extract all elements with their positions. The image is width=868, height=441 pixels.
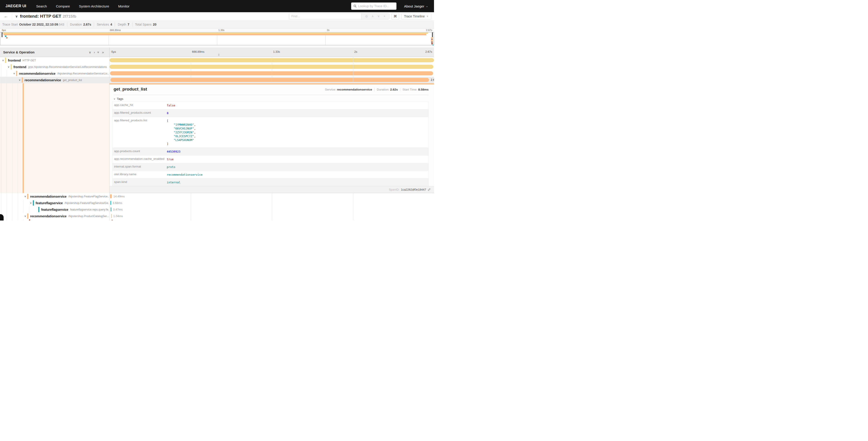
find-input[interactable] <box>289 13 361 19</box>
collapse-all-icon[interactable]: » <box>97 51 100 53</box>
operation-name: /hipstershop.ProductCatalogSer... <box>68 215 109 218</box>
minimap-canvas[interactable] <box>0 32 434 45</box>
expand-chevron-icon[interactable]: ∨ <box>23 215 27 217</box>
span-row[interactable]: ∨recommendationservice/hipstershop.Featu… <box>0 193 434 200</box>
span-duration-bar[interactable] <box>111 201 111 205</box>
prev-match-icon[interactable]: ∧ <box>372 14 374 18</box>
time-tick: 0μs <box>111 50 116 53</box>
span-row-name-column[interactable]: ∨frontendgrpc.hipstershop.Recommendation… <box>0 64 110 70</box>
span-row-timeline[interactable]: 3.47ms <box>110 206 434 213</box>
expand-one-icon[interactable]: › <box>94 51 95 54</box>
focus-match-icon[interactable]: ◎ <box>365 14 368 18</box>
span-row[interactable]: ∨frontendHTTP GET <box>0 57 434 64</box>
span-row-name-column[interactable]: ∨frontendHTTP GET <box>0 57 110 64</box>
chevron-down-icon: ∨ <box>114 97 115 100</box>
service-name: featureflagservice <box>41 208 68 211</box>
tag-row[interactable]: app.cache_hitfalse <box>113 101 428 109</box>
expand-all-icon[interactable]: » <box>102 51 104 54</box>
span-row[interactable]: ∨recommendationserviceget_product_list2.… <box>0 77 434 83</box>
nav-item-search[interactable]: Search <box>36 4 47 8</box>
collapse-one-icon[interactable]: ∨ <box>89 51 91 54</box>
clear-find-icon[interactable]: × <box>383 14 385 18</box>
span-row-timeline[interactable]: 3.68ms <box>110 200 434 206</box>
tag-row[interactable]: otel.library.namerecommendationservice <box>113 171 428 179</box>
span-row[interactable]: ∨featureflagservice/hipstershop.FeatureF… <box>0 200 434 206</box>
span-row[interactable]: ∨recommendationservice/hipstershop.Produ… <box>0 213 434 219</box>
tag-row[interactable]: span.kindinternal <box>113 179 428 186</box>
span-duration-bar[interactable] <box>112 219 113 220</box>
tag-row[interactable]: app.products.count44530923 <box>113 148 428 155</box>
span-row-timeline[interactable]: 2.62s <box>110 77 434 83</box>
span-row-timeline[interactable] <box>110 219 434 220</box>
span-row[interactable]: ∨recommendationservice/hipstershop.Recom… <box>0 70 434 77</box>
span-row-name-column[interactable]: ∨featureflagservice/hipstershop.FeatureF… <box>0 200 110 206</box>
time-tick: 666.89ms <box>192 50 205 53</box>
expand-chevron-icon[interactable]: ∨ <box>29 202 33 204</box>
copy-link-icon[interactable] <box>428 188 431 191</box>
span-row-timeline[interactable] <box>110 64 434 70</box>
tag-value: [ "1YMWWN1N4O", "66VCHSJNUP", "2ZYFJ3GM2… <box>167 117 196 148</box>
find-controls: ◎ ∧ ∨ × <box>361 13 389 19</box>
trace-lookup-box[interactable]: Lookup by Trace ID... <box>351 2 397 10</box>
span-duration-bar[interactable] <box>110 194 112 198</box>
summary-item: Duration2.67s <box>70 23 91 26</box>
summary-value: 4 <box>111 23 112 26</box>
indent-guide <box>18 206 18 213</box>
back-button[interactable]: ← <box>0 12 12 20</box>
span-row-name-column[interactable]: ∨recommendationservice/hipstershop.Featu… <box>0 193 110 200</box>
nav-item-system-architecture[interactable]: System Architecture <box>79 4 109 8</box>
span-row[interactable]: featureflagservicefeatureflagservice.rep… <box>0 206 434 213</box>
span-duration-bar[interactable] <box>110 65 433 69</box>
span-row-name-column[interactable]: ∨recommendationservice/hipstershop.Recom… <box>0 70 110 77</box>
nav-item-compare[interactable]: Compare <box>56 4 70 8</box>
indent-guide <box>12 219 12 220</box>
trace-view-selector[interactable]: Trace Timeline ∨ <box>401 13 431 20</box>
span-rows-bottom: ∨recommendationservice/hipstershop.Featu… <box>0 193 434 220</box>
column-resizer[interactable]: ∥∥ <box>218 53 219 56</box>
span-duration-bar[interactable] <box>111 214 112 218</box>
chevron-down-icon: ⌄ <box>426 4 428 8</box>
summary-item: Total Spans20 <box>135 23 157 26</box>
collapse-trace-chevron-icon[interactable]: ∨ <box>16 14 18 18</box>
expand-chevron-icon[interactable]: ∨ <box>7 65 11 68</box>
span-row-timeline[interactable] <box>110 57 434 64</box>
minimap-span-bar <box>431 40 433 41</box>
jaeger-logo[interactable]: JAEGER UI <box>5 4 26 8</box>
span-row-name-column[interactable] <box>0 219 110 220</box>
span-row-name-column[interactable]: ∨recommendationserviceget_product_list <box>0 77 110 83</box>
summary-value: October 22 2022, 22:10:09 <box>19 23 58 26</box>
trace-view-label: Trace Timeline <box>404 14 425 18</box>
viewport-handle-right[interactable] <box>432 32 433 37</box>
span-row-name-column[interactable]: featureflagservicefeatureflagservice.rep… <box>0 206 110 213</box>
next-match-icon[interactable]: ∨ <box>378 14 380 18</box>
span-row-timeline[interactable] <box>110 70 434 77</box>
nav-item-monitor[interactable]: Monitor <box>118 4 129 8</box>
tags-section-toggle[interactable]: ∨ Tags <box>114 97 434 100</box>
expand-chevron-icon[interactable]: ∨ <box>1 59 5 62</box>
expand-chevron-icon[interactable]: ∨ <box>23 195 27 198</box>
span-row-timeline[interactable]: 14.49ms <box>110 193 434 200</box>
tag-row[interactable]: app.filtered_products.count8 <box>113 109 428 117</box>
tag-row[interactable]: app.filtered_products.list[ "1YMWWN1N4O"… <box>113 117 428 148</box>
span-duration-bar[interactable] <box>111 207 111 211</box>
span-duration-bar[interactable] <box>110 58 434 62</box>
expand-chevron-icon[interactable]: ∨ <box>12 72 16 75</box>
span-row-name-column[interactable]: ∨recommendationservice/hipstershop.Produ… <box>0 213 110 219</box>
span-row[interactable] <box>0 219 434 220</box>
span-duration-bar[interactable] <box>111 78 429 82</box>
about-jaeger-menu[interactable]: About Jaeger ⌄ <box>404 4 428 8</box>
keyboard-shortcuts-button[interactable]: ⌘ <box>392 13 399 20</box>
tag-row[interactable]: app.recommendation.cache_enabledtrue <box>113 155 428 163</box>
span-row[interactable]: ∨frontendgrpc.hipstershop.Recommendation… <box>0 64 434 70</box>
span-duration-bar[interactable] <box>110 71 433 76</box>
viewport-handle-left[interactable] <box>2 32 2 37</box>
time-tick: 2.67s <box>426 29 432 31</box>
indent-guide <box>18 213 18 219</box>
expand-chevron-icon[interactable]: ∨ <box>18 79 22 82</box>
tag-row[interactable]: internal.span.formatproto <box>113 163 428 171</box>
service-color-bar <box>11 64 12 69</box>
span-row-timeline[interactable]: 1.04ms <box>110 213 434 219</box>
minimap-span-bar <box>431 39 433 40</box>
summary-value: 20 <box>153 23 157 26</box>
trace-toolbar: ◎ ∧ ∨ × ⌘ Trace Timeline ∨ <box>289 13 431 20</box>
